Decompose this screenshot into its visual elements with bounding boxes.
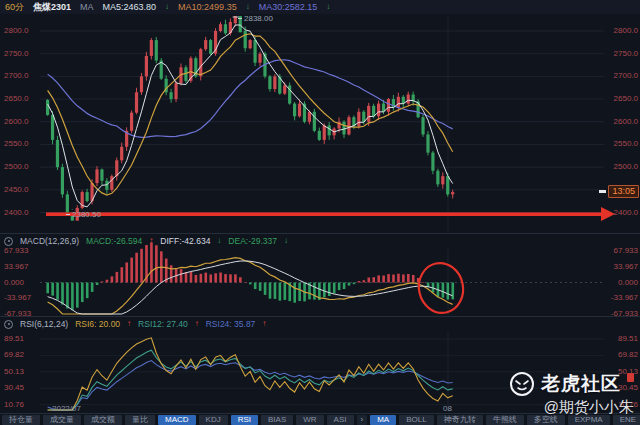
time-badge: 13:05 — [608, 185, 639, 198]
dea-value: DEA:-29.337 — [228, 235, 277, 247]
watermark-community-text: 老虎社区 — [541, 371, 621, 397]
dea-down-arrow-icon: ↓ — [284, 235, 288, 247]
macd-up-arrow-icon: ↑ — [149, 235, 153, 247]
macd-title: MACD(12,26,9) — [20, 235, 79, 247]
macd-header: MACD(12,26,9) MACD:-26.594 ↑ DIFF:-42.63… — [4, 235, 288, 247]
watermark-author-text: @期货小小朱 — [509, 398, 634, 417]
indicator-tab-asi[interactable]: ASI — [327, 415, 354, 425]
diff-value: DIFF:-42.634 — [160, 235, 210, 247]
indicator-tab-open-interest[interactable]: 持仓量 — [2, 415, 40, 425]
macd-panel[interactable]: MACD(12,26,9) MACD:-26.594 ↑ DIFF:-42.63… — [0, 233, 640, 316]
indicator-tab-wr[interactable]: WR — [296, 415, 323, 425]
tiger-logo-icon — [509, 371, 535, 397]
last-price-tick — [599, 190, 606, 193]
rsi12-up-arrow-icon: ↑ — [195, 318, 199, 330]
ma5-value: MA5:2463.80 — [103, 0, 157, 14]
candlestick-chart-panel[interactable]: 2838.00 2380.50 13:05 2800.02800.02750.0… — [0, 14, 640, 233]
ma10-down-arrow-icon: ↓ — [246, 0, 250, 14]
red-circle-annotation — [414, 259, 467, 316]
indicator-tab-ma[interactable]: MA — [370, 415, 396, 425]
rsi6-up-arrow-icon: ↑ — [127, 318, 131, 330]
session-low-annotation: 2380.50 — [66, 210, 101, 219]
chart-header: 60分 焦煤2301 MA MA5:2463.80 ↓ MA10:2499.35… — [0, 0, 640, 14]
indicator-tab-boll[interactable]: BOLL — [399, 415, 433, 425]
indicator-tab-turnover[interactable]: 成交额 — [84, 415, 122, 425]
indicator-tab-volume-ratio[interactable]: 量比 — [125, 415, 155, 425]
session-high-annotation: 2838.00 — [238, 14, 273, 23]
rsi-title: RSI(6,12,24) — [20, 318, 68, 330]
period-label[interactable]: 60分 — [5, 0, 24, 14]
x-axis-label-august: 08 — [443, 404, 452, 413]
indicator-tab-macd[interactable]: MACD — [158, 415, 196, 425]
rsi-header: RSI(6,12,24) RSI6: 20.00 ↑ RSI12: 27.40 … — [4, 318, 266, 330]
indicator-tab-rsi[interactable]: RSI — [231, 415, 258, 425]
candlestick-plot[interactable] — [0, 14, 640, 233]
symbol-label: 焦煤2301 — [33, 0, 71, 14]
macd-value: MACD:-26.594 — [86, 235, 142, 247]
toolbar-scroll-arrow-icon[interactable]: › — [357, 415, 368, 425]
watermark-red-badge-icon — [627, 373, 634, 382]
ma5-down-arrow-icon: ↓ — [165, 0, 169, 14]
diff-down-arrow-icon: ↓ — [217, 235, 221, 247]
watermark: 老虎社区 @期货小小朱 — [509, 371, 634, 417]
indicator-tab-bias[interactable]: BIAS — [261, 415, 293, 425]
macd-settings-icon[interactable] — [4, 237, 13, 246]
rsi24-up-arrow-icon: ↑ — [262, 318, 266, 330]
rsi6-value: RSI6: 20.00 — [75, 318, 120, 330]
indicator-tab-volume[interactable]: 成交量 — [43, 415, 81, 425]
ma30-value: MA30:2582.15 — [259, 0, 318, 14]
indicator-tab-magic-nine[interactable]: 神奇九转 — [437, 415, 483, 425]
rsi-settings-icon[interactable] — [4, 320, 13, 329]
ma-indicator-tag: MA — [80, 0, 94, 14]
rsi12-value: RSI12: 27.40 — [138, 318, 188, 330]
ma30-down-arrow-icon: ↓ — [326, 0, 330, 14]
rsi24-value: RSI24: 35.87 — [206, 318, 256, 330]
ma10-value: MA10:2499.35 — [178, 0, 237, 14]
trading-app-window: 60分 焦煤2301 MA MA5:2463.80 ↓ MA10:2499.35… — [0, 0, 640, 425]
indicator-tab-kdj[interactable]: KDJ — [199, 415, 228, 425]
x-axis-label-july: 2022/07 — [52, 404, 81, 413]
